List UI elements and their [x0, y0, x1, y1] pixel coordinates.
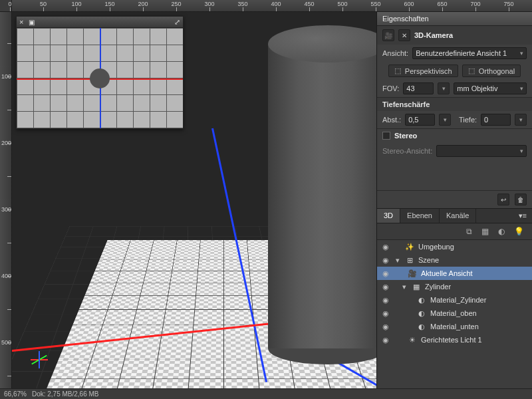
camera-icon: 🎥 — [382, 29, 394, 41]
chevron-down-icon[interactable]: ▾ — [401, 283, 408, 291]
panel-menu-icon[interactable]: ▾≡ — [513, 209, 532, 223]
tree-cylinder[interactable]: ◉ ▾ ▦ Zylinder — [377, 280, 532, 293]
tree-material-cylinder[interactable]: ◉ ◐ Material_Zylinder — [377, 293, 532, 307]
visibility-icon[interactable]: ◉ — [381, 336, 390, 344]
scene-tree[interactable]: ◉ ✨ Umgebung ◉ ▾ ⊞ Szene ◉ 🎥 Aktuelle An… — [377, 240, 532, 388]
dof-section: Tiefenschärfe — [377, 97, 532, 111]
secondary-view-panel[interactable]: × ▣ ⤢ — [16, 16, 184, 129]
ruler-horizontal: 0501001502002503003504004505005506006507… — [0, 0, 532, 12]
distance-label: Abst.: — [382, 116, 401, 124]
top-view-cylinder — [90, 68, 110, 88]
light-icon[interactable]: 💡 — [514, 227, 524, 236]
view-select[interactable]: Benutzerdefinierte Ansicht 1▾ — [412, 47, 527, 59]
ruler-vertical: 0100200300400500600700800 — [0, 12, 12, 388]
stepper-icon[interactable]: ▾ — [515, 114, 527, 126]
visibility-icon[interactable]: ◉ — [381, 296, 390, 305]
axis-gizmo[interactable] — [17, 327, 57, 367]
tab-channels[interactable]: Kanäle — [440, 209, 476, 223]
mesh-icon[interactable]: ▦ — [481, 227, 489, 236]
trash-icon[interactable]: 🗑 — [515, 194, 527, 205]
camera-icon: 🎥 — [408, 269, 417, 278]
environment-icon: ✨ — [405, 242, 414, 251]
properties-panel-title: Eigenschaften — [377, 12, 532, 26]
expand-icon[interactable]: ⤢ — [174, 18, 180, 27]
tab-layers[interactable]: Ebenen — [400, 209, 440, 223]
depth-input[interactable]: 0 — [481, 114, 511, 126]
lens-unit-select[interactable]: mm Objektiv▾ — [454, 82, 527, 94]
cube-icon: ⬚ — [468, 66, 475, 75]
material-icon: ◐ — [417, 322, 426, 331]
visibility-icon[interactable]: ◉ — [381, 256, 390, 265]
tree-light[interactable]: ◉ ☀ Gerichtetes Licht 1 — [377, 333, 532, 346]
viewport-3d[interactable]: × ▣ ⤢ — [12, 12, 376, 388]
material-icon: ◐ — [417, 295, 426, 305]
status-bar: 66,67% Dok: 2,75 MB/2,66 MB — [0, 388, 532, 399]
material-icon[interactable]: ◐ — [498, 227, 505, 236]
panel-tabs: 3D Ebenen Kanäle ▾≡ — [377, 208, 532, 223]
light-icon: ☀ — [408, 335, 417, 344]
link-icon: ✕ — [398, 29, 410, 41]
stereo-view-label: Stereo-Ansicht: — [382, 147, 432, 155]
fov-input[interactable]: 43 — [403, 82, 434, 94]
material-icon: ◐ — [417, 309, 426, 318]
stepper-icon[interactable]: ▾ — [439, 114, 451, 126]
stereo-label: Stereo — [394, 132, 417, 140]
doc-size: Dok: 2,75 MB/2,66 MB — [32, 390, 99, 398]
tree-material-bottom[interactable]: ◉ ◐ Material_unten — [377, 320, 532, 333]
visibility-icon[interactable]: ◉ — [381, 323, 390, 331]
orthogonal-button[interactable]: ⬚ Orthogonal — [462, 65, 521, 77]
cylinder-mesh[interactable] — [268, 25, 376, 364]
zoom-level[interactable]: 66,67% — [4, 390, 27, 398]
close-icon[interactable]: × — [19, 18, 23, 26]
visibility-icon[interactable]: ◉ — [381, 269, 390, 278]
window-icon[interactable]: ▣ — [29, 19, 35, 26]
chevron-down-icon[interactable]: ▾ — [394, 256, 401, 265]
tab-3d[interactable]: 3D — [377, 209, 400, 223]
secondary-view[interactable] — [17, 27, 183, 128]
tree-material-top[interactable]: ◉ ◐ Material_oben — [377, 307, 532, 320]
cube-icon: ⬚ — [394, 66, 401, 75]
depth-label: Tiefe: — [459, 116, 477, 124]
distance-input[interactable]: 0,5 — [405, 114, 435, 126]
visibility-icon[interactable]: ◉ — [381, 283, 390, 291]
stereo-checkbox[interactable] — [382, 132, 390, 140]
fov-label: FOV: — [382, 84, 399, 92]
visibility-icon[interactable]: ◉ — [381, 243, 390, 251]
object-name: 3D-Kamera — [414, 31, 453, 39]
stepper-icon[interactable]: ▾ — [438, 82, 450, 94]
scene-icon: ⊞ — [405, 255, 414, 265]
view-label: Ansicht: — [382, 49, 408, 57]
visibility-icon[interactable]: ◉ — [381, 309, 390, 318]
stereo-view-select: ▾ — [436, 145, 527, 157]
perspective-button[interactable]: ⬚ Perspektivisch — [388, 65, 458, 77]
filter-icon[interactable]: ⧉ — [466, 227, 472, 236]
tree-environment[interactable]: ◉ ✨ Umgebung — [377, 240, 532, 253]
return-icon[interactable]: ↩ — [497, 194, 509, 205]
mesh-icon: ▦ — [412, 282, 421, 291]
tree-scene[interactable]: ◉ ▾ ⊞ Szene — [377, 253, 532, 267]
tree-current-view[interactable]: ◉ 🎥 Aktuelle Ansicht — [377, 267, 532, 280]
